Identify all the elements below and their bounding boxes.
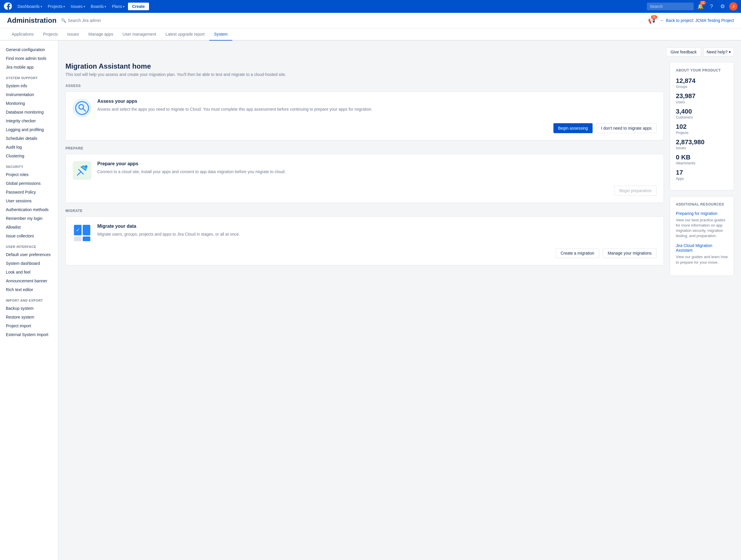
nav-user-management[interactable]: User management — [118, 28, 161, 41]
notifications-button[interactable]: 🔔 11 — [696, 2, 705, 11]
nav-issues[interactable]: Issues — [63, 28, 83, 41]
avatar[interactable]: J — [729, 2, 738, 10]
migrate-card-title: Migrate your data — [97, 224, 657, 229]
sidebar-item-user-sessions[interactable]: User sessions — [0, 196, 58, 205]
prepare-section-label: PREPARE — [65, 146, 664, 150]
sidebar-item-project-import[interactable]: Project import — [0, 321, 58, 330]
search-admin[interactable]: 🔍 Search Jira admin — [61, 18, 101, 23]
sidebar-item-instrumentation[interactable]: Instrumentation — [0, 90, 58, 99]
assess-card-body: Assess your apps Assess and select the a… — [73, 99, 657, 117]
help-button[interactable]: ? — [707, 2, 716, 11]
give-feedback-button[interactable]: Give feedback — [666, 48, 701, 56]
back-to-project-link[interactable]: ← Back to project: JCMA Testing Project — [660, 18, 734, 23]
issues-chevron-icon: ▾ — [83, 5, 85, 8]
nav-dashboards[interactable]: Dashboards ▾ — [15, 3, 45, 10]
sidebar-item-default-user-prefs[interactable]: Default user preferences — [0, 250, 58, 259]
stat-apps: 17 Apps — [676, 169, 728, 180]
sidebar-section-import-export: IMPORT AND EXPORT — [0, 294, 58, 304]
admin-notification-badge: 11 — [651, 15, 657, 19]
assess-card-text: Assess your apps Assess and select the a… — [97, 99, 657, 112]
resource-link-jcma[interactable]: Jira Cloud Migration Assistant — [676, 243, 728, 253]
create-migration-button[interactable]: Create a migration — [556, 248, 599, 258]
nav-system[interactable]: System — [209, 28, 232, 41]
migrate-section-label: MIGRATE — [65, 209, 664, 213]
sidebar-item-allowlist[interactable]: Allowlist — [0, 223, 58, 232]
nav-manage-apps[interactable]: Manage apps — [84, 28, 118, 41]
sidebar-item-issue-collectors[interactable]: Issue collectors — [0, 232, 58, 240]
migrate-sq-blue2 — [83, 237, 90, 241]
right-column: ABOUT YOUR PRODUCT 12,874 Groups 23,987 … — [670, 62, 734, 276]
projects-chevron-icon: ▾ — [63, 5, 65, 8]
settings-button[interactable]: ⚙ — [718, 2, 727, 11]
sidebar-item-scheduler[interactable]: Scheduler details — [0, 134, 58, 143]
plans-chevron-icon: ▾ — [123, 5, 125, 8]
main-content: Give feedback Need help? ▾ Migration Ass… — [58, 41, 741, 560]
stat-customers: 3,400 Customers — [676, 108, 728, 119]
migrate-sq-blue — [83, 225, 90, 235]
sidebar-item-clustering[interactable]: Clustering — [0, 152, 58, 160]
nav-applications[interactable]: Applications — [7, 28, 39, 41]
prepare-card: Prepare your apps Connect to a cloud sit… — [65, 154, 664, 203]
nav-upgrade-report[interactable]: Latest upgrade report — [161, 28, 209, 41]
sidebar-item-system-info[interactable]: System info — [0, 81, 58, 90]
sidebar-item-audit-log[interactable]: Audit log — [0, 143, 58, 152]
assess-card-title: Assess your apps — [97, 99, 657, 104]
prepare-card-title: Prepare your apps — [97, 161, 657, 166]
search-input[interactable] — [647, 3, 694, 10]
sidebar-item-database-monitoring[interactable]: Database monitoring — [0, 108, 58, 116]
stat-projects: 102 Projects — [676, 123, 728, 135]
prepare-card-text: Prepare your apps Connect to a cloud sit… — [97, 161, 657, 175]
about-product-box: ABOUT YOUR PRODUCT 12,874 Groups 23,987 … — [670, 62, 734, 190]
svg-point-0 — [76, 102, 88, 114]
boards-chevron-icon: ▾ — [105, 5, 106, 8]
admin-title: Administration — [7, 16, 56, 24]
assess-section-label: ASSESS — [65, 84, 664, 88]
sidebar-item-external-import[interactable]: External System Import — [0, 330, 58, 339]
no-migrate-apps-button[interactable]: I don't need to migrate apps — [596, 123, 657, 133]
top-nav-right: 🔔 11 ? ⚙ J — [647, 2, 738, 11]
begin-assessing-button[interactable]: Begin assessing — [553, 123, 593, 133]
sidebar-item-logging[interactable]: Logging and profiling — [0, 125, 58, 134]
sidebar-item-announcement-banner[interactable]: Announcement banner — [0, 276, 58, 285]
sidebar-item-global-permissions[interactable]: Global permissions — [0, 179, 58, 188]
sidebar-item-jira-mobile[interactable]: Jira mobile app — [0, 63, 58, 72]
sidebar-item-look-and-feel[interactable]: Look and feel — [0, 268, 58, 276]
sidebar-item-restore-system[interactable]: Restore system — [0, 313, 58, 321]
nav-plans[interactable]: Plans ▾ — [110, 3, 127, 10]
manage-migrations-button[interactable]: Manage your migrations — [603, 248, 657, 258]
sidebar-item-backup-system[interactable]: Backup system — [0, 304, 58, 313]
sidebar-item-project-roles[interactable]: Project roles — [0, 170, 58, 179]
sidebar-item-find-admin-tools[interactable]: Find more admin tools — [0, 54, 58, 63]
nav-projects[interactable]: Projects — [39, 28, 63, 41]
sidebar-item-auth-methods[interactable]: Authentication methods — [0, 205, 58, 214]
assess-section: ASSESS Assess your apps — [65, 84, 664, 141]
sidebar-item-general-config[interactable]: General configuration — [0, 45, 58, 54]
resource-desc-jcma: View our guides and learn how to prepare… — [676, 254, 728, 265]
sidebar-item-integrity-checker[interactable]: Integrity checker — [0, 116, 58, 125]
sidebar-section-system-support: SYSTEM SUPPORT — [0, 72, 58, 81]
resource-link-preparing[interactable]: Preparing for migration — [676, 211, 728, 216]
stat-attachments: 0 KB Attachments — [676, 154, 728, 165]
prepare-card-desc: Connect to a cloud site, install your ap… — [97, 169, 657, 175]
nav-issues[interactable]: Issues ▾ — [68, 3, 87, 10]
migrate-section: MIGRATE ✓ — [65, 209, 664, 265]
migrate-card-body: ✓ Migrate your data Migrate users, group… — [73, 224, 657, 242]
svg-point-3 — [85, 165, 87, 168]
sidebar-item-monitoring[interactable]: Monitoring — [0, 99, 58, 108]
additional-resources-box: ADDITIONAL RESOURCES Preparing for migra… — [670, 196, 734, 276]
stat-groups: 12,874 Groups — [676, 77, 728, 89]
migrate-sq-white1 — [74, 237, 81, 241]
create-button[interactable]: Create — [128, 3, 149, 10]
secondary-navigation: Applications Projects Issues Manage apps… — [0, 28, 741, 41]
sidebar-item-password-policy[interactable]: Password Policy — [0, 188, 58, 196]
prepare-section: PREPARE — [65, 146, 664, 203]
jira-logo[interactable] — [3, 2, 12, 10]
sidebar-item-remember-login[interactable]: Remember my login — [0, 214, 58, 223]
sidebar-item-rich-text[interactable]: Rich text editor — [0, 285, 58, 294]
stat-issues: 2,873,980 Issues — [676, 138, 728, 150]
sidebar-item-system-dashboard[interactable]: System dashboard — [0, 259, 58, 268]
nav-boards[interactable]: Boards ▾ — [88, 3, 109, 10]
nav-projects[interactable]: Projects ▾ — [46, 3, 67, 10]
need-help-dropdown[interactable]: Need help? ▾ — [703, 48, 734, 56]
page-title: Migration Assistant home — [65, 62, 664, 70]
